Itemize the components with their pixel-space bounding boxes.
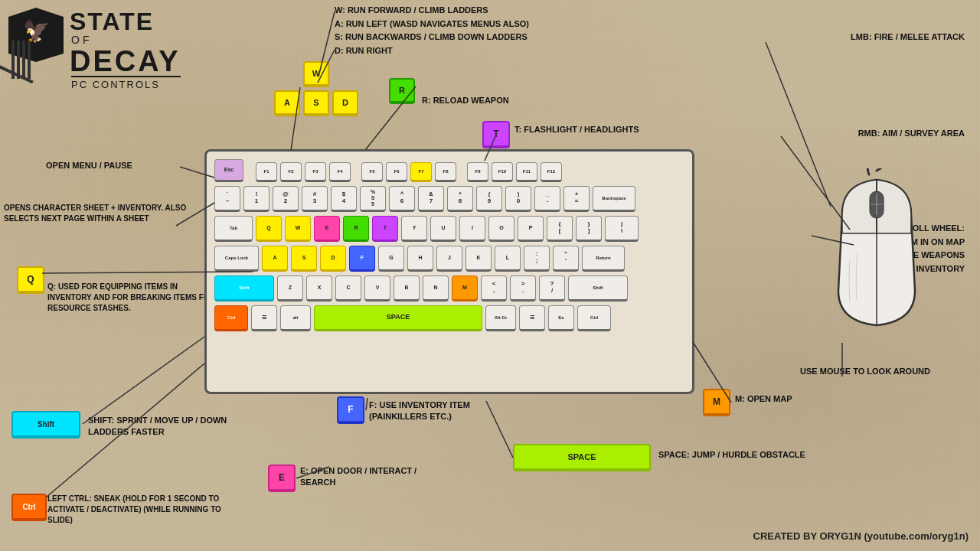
key-es[interactable]: Es [548, 305, 574, 331]
key-x[interactable]: X [306, 276, 332, 302]
m-indicator-key: M [703, 389, 730, 416]
svg-line-14 [366, 398, 368, 410]
key-k[interactable]: K [466, 246, 492, 272]
key-u[interactable]: U [430, 216, 456, 242]
key-q[interactable]: Q [256, 216, 282, 242]
key-lbracket[interactable]: {[ [547, 216, 573, 242]
key-i[interactable]: I [459, 216, 485, 242]
key-o[interactable]: O [488, 216, 514, 242]
key-b[interactable]: B [394, 276, 420, 302]
key-m[interactable]: M [452, 276, 478, 302]
key-backspace[interactable]: Backspace [593, 186, 635, 212]
key-quote[interactable]: "' [553, 246, 579, 272]
key-f12[interactable]: F12 [541, 162, 562, 182]
key-menu-right[interactable]: ☰ [519, 305, 545, 331]
key-0[interactable]: )0 [505, 186, 531, 212]
key-esc[interactable]: Esc [214, 159, 243, 182]
s-action-label: S: RUN BACKWARDS / CLIMB DOWN LADDERS [335, 31, 529, 44]
key-e[interactable]: E [314, 216, 340, 242]
a-action-label: A: RUN LEFT (WASD NAVIGATES MENUS ALSO) [335, 18, 529, 31]
key-4[interactable]: $4 [331, 186, 357, 212]
key-f3[interactable]: F3 [305, 162, 326, 182]
key-semicolon[interactable]: :; [524, 246, 550, 272]
key-capslock[interactable]: Caps Lock [214, 246, 259, 272]
key-1[interactable]: !1 [243, 186, 270, 212]
key-h[interactable]: H [407, 246, 433, 272]
key-d[interactable]: D [320, 246, 346, 272]
keyboard-row-3: Caps Lock A S D F G H J K L :; "' Return [214, 246, 684, 272]
key-z[interactable]: Z [277, 276, 303, 302]
key-w[interactable]: W [285, 216, 311, 242]
key-j[interactable]: J [436, 246, 462, 272]
key-6[interactable]: ^6 [389, 186, 415, 212]
key-f6[interactable]: F6 [386, 162, 407, 182]
wasd-s-key: S [303, 90, 329, 116]
wasd-w-key: W [303, 61, 329, 87]
key-s[interactable]: S [291, 246, 317, 272]
key-p[interactable]: P [518, 216, 544, 242]
key-alt-left[interactable]: alt [280, 305, 311, 331]
q-indicator-key: Q [17, 266, 44, 294]
key-a[interactable]: A [262, 246, 288, 272]
key-5[interactable]: %S5 [360, 186, 386, 212]
key-v[interactable]: V [364, 276, 390, 302]
key-period[interactable]: >. [510, 276, 536, 302]
key-f4[interactable]: F4 [329, 162, 351, 182]
m-action-label: M: OPEN MAP [735, 394, 792, 403]
key-f9[interactable]: F9 [467, 162, 488, 182]
key-equals[interactable]: += [564, 186, 590, 212]
key-tab[interactable]: Tab [214, 216, 253, 242]
key-shift-left[interactable]: Shift [214, 276, 274, 302]
space-key-label: SPACE [567, 452, 596, 461]
key-2[interactable]: @2 [273, 186, 299, 212]
space-action-label: SPACE: JUMP / HURDLE OBSTACLE [658, 450, 805, 459]
space-indicator-key: SPACE [513, 444, 651, 471]
key-rbracket[interactable]: }] [576, 216, 602, 242]
key-l[interactable]: L [495, 246, 521, 272]
key-comma[interactable]: <, [481, 276, 507, 302]
key-f10[interactable]: F10 [492, 162, 513, 182]
key-f8[interactable]: F8 [435, 162, 456, 182]
key-f5[interactable]: F5 [361, 162, 383, 182]
key-backslash[interactable]: |\ [605, 216, 639, 242]
key-altgr[interactable]: Alt Gr [485, 305, 516, 331]
key-minus[interactable]: _- [534, 186, 560, 212]
key-y[interactable]: Y [401, 216, 427, 242]
key-ctrl-left[interactable]: Ctrl [214, 305, 248, 331]
key-f2[interactable]: F2 [280, 162, 302, 182]
credit-text: CREATED BY ORYG1N (youtube.com/oryg1n) [753, 530, 969, 542]
mouse-illustration [827, 168, 942, 360]
key-f1[interactable]: F1 [256, 162, 277, 182]
svg-line-18 [766, 42, 831, 207]
open-menu-label: OPEN MENU / PAUSE [46, 161, 132, 170]
keyboard: Esc F1 F2 F3 F4 F5 F6 F7 F8 F9 F10 F11 F… [204, 149, 694, 394]
key-c[interactable]: C [335, 276, 361, 302]
key-7[interactable]: &7 [418, 186, 444, 212]
key-n[interactable]: N [423, 276, 449, 302]
key-f[interactable]: F [349, 246, 375, 272]
key-8[interactable]: *8 [447, 186, 473, 212]
key-space[interactable]: SPACE [314, 305, 482, 331]
mouse-svg [827, 168, 926, 344]
key-r[interactable]: R [343, 216, 369, 242]
key-f11[interactable]: F11 [516, 162, 537, 182]
key-menu-left[interactable]: ☰ [251, 305, 277, 331]
key-ctrl-right[interactable]: Ctrl [577, 305, 611, 331]
f-action-label: F: USE INVENTORY ITEM (PAINKILLERS ETC.) [369, 399, 522, 423]
key-9[interactable]: (9 [476, 186, 502, 212]
key-slash[interactable]: ?/ [539, 276, 565, 302]
key-t[interactable]: T [372, 216, 398, 242]
e-indicator-key: E [268, 465, 296, 492]
d-action-label: D: RUN RIGHT [335, 44, 529, 58]
lmb-label: LMB: FIRE / MELEE ATTACK [851, 32, 965, 41]
key-f7[interactable]: F7 [410, 162, 432, 182]
key-return[interactable]: Return [582, 246, 625, 272]
key-3[interactable]: #3 [302, 186, 328, 212]
r-action-label: R: RELOAD WEAPON [422, 96, 509, 105]
page-content: 🦅 STATE OF DECAY PC CONTROLS W: RUN FORW… [0, 0, 980, 551]
svg-line-12 [83, 337, 204, 424]
key-backtick[interactable]: `~ [214, 186, 240, 212]
key-g[interactable]: G [378, 246, 404, 272]
logo-area: 🦅 STATE OF DECAY PC CONTROLS [8, 6, 181, 90]
key-shift-right[interactable]: Shift [568, 276, 628, 302]
